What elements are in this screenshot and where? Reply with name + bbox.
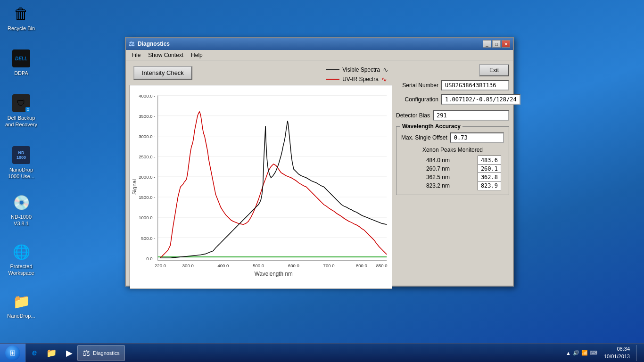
minimize-button[interactable]: _: [483, 40, 491, 48]
svg-text:1500.0 -: 1500.0 -: [139, 195, 155, 200]
svg-text:Signal: Signal: [131, 179, 137, 195]
chart-area: 4000.0 - 3500.0 - 3000.0 - 2500.0 - 2000…: [130, 85, 392, 289]
svg-text:300.0: 300.0: [182, 263, 194, 268]
show-desktop-button[interactable]: [636, 345, 640, 361]
wavelength-accuracy-group: Wavelength Accuracy Max. Single Offset 0…: [396, 126, 509, 195]
taskbar-right: ▲ 🔊 📶 ⌨ 08:34 10/01/2013: [562, 345, 644, 361]
start-button[interactable]: ⊞: [0, 344, 25, 362]
detector-bias-value: 291: [433, 110, 509, 121]
svg-text:1000.0 -: 1000.0 -: [139, 215, 155, 220]
detector-bias-row: Detector Bias 291: [396, 110, 509, 121]
peak-row-3: 823.2 nm 823.9: [401, 181, 504, 190]
nanodrop-use-icon[interactable]: ND1000 NanoDrop1000 Use...: [2, 144, 40, 182]
protected-workspace-label: ProtectedWorkspace: [8, 263, 34, 277]
svg-text:600.0: 600.0: [288, 263, 299, 268]
serial-number-row: Serial Number USB2G38643BI136: [396, 80, 509, 90]
exit-button[interactable]: Exit: [479, 64, 509, 76]
visible-spectra-label: Visible Spectra: [342, 66, 380, 73]
diagnostics-window: ⚖ Diagnostics _ □ ✕ File Show Context He…: [125, 37, 514, 287]
svg-text:2500.0 -: 2500.0 -: [139, 154, 155, 159]
nd1000-label: ND-1000V3.8.1: [11, 214, 32, 227]
nanodrop-folder-label: NanoDrop...: [7, 313, 35, 319]
start-orb: ⊞: [5, 346, 20, 361]
configuration-row: Configuration 1.007102/-0.85/128/24: [396, 94, 509, 105]
svg-text:0.0 -: 0.0 -: [146, 256, 155, 261]
maximize-button[interactable]: □: [492, 40, 501, 48]
taskbar-diagnostics[interactable]: ⚖ Diagnostics: [77, 345, 125, 361]
tray-network: 🔊: [573, 350, 579, 356]
max-single-offset-value: 0.73: [450, 132, 504, 143]
svg-text:500.0 -: 500.0 -: [141, 235, 155, 240]
intensity-check-button[interactable]: Intensity Check: [133, 66, 192, 80]
configuration-label: Configuration: [396, 96, 438, 103]
peak-expected-2: 362.5 nm: [401, 173, 453, 181]
visible-spectra-icon: ∿: [383, 66, 388, 74]
diagnostics-taskbar-label: Diagnostics: [93, 350, 120, 356]
serial-number-label: Serial Number: [396, 82, 438, 89]
peak-row-0: 484.0 nm 483.6: [401, 156, 504, 165]
taskbar: ⊞ e 📁 ▶ ⚖ Diagnostics ▲ 🔊 📶 ⌨ 08:34 10/0…: [0, 343, 644, 362]
window-icon: ⚖: [129, 40, 135, 48]
menu-bar: File Show Context Help: [126, 50, 513, 60]
window-content: Intensity Check Visible Spectra ∿ UV-IR …: [126, 60, 513, 286]
svg-text:2000.0 -: 2000.0 -: [139, 174, 155, 180]
dell-backup-icon[interactable]: 🛡 D Dell Backupand Recovery: [2, 92, 40, 130]
svg-text:3000.0 -: 3000.0 -: [139, 134, 155, 139]
menu-help[interactable]: Help: [187, 51, 206, 59]
peak-measured-0: 483.6: [478, 156, 501, 165]
svg-text:220.0: 220.0: [155, 263, 166, 268]
spectra-chart: 4000.0 - 3500.0 - 3000.0 - 2500.0 - 2000…: [130, 85, 392, 288]
uvir-spectra-line: [326, 79, 339, 80]
serial-number-value: USB2G38643BI136: [441, 80, 509, 90]
taskbar-ie[interactable]: e: [27, 345, 41, 361]
nanodrop-use-label: NanoDrop1000 Use...: [8, 166, 34, 180]
diagnostics-taskbar-icon: ⚖: [83, 348, 90, 358]
explorer-icon: 📁: [46, 348, 57, 358]
visible-spectra-line: [326, 69, 339, 70]
max-single-offset-label: Max. Single Offset: [401, 134, 447, 141]
wavelength-accuracy-title: Wavelength Accuracy: [400, 123, 462, 130]
svg-text:400.0: 400.0: [217, 263, 229, 268]
system-clock[interactable]: 08:34 10/01/2013: [600, 346, 634, 360]
max-single-offset-row: Max. Single Offset 0.73: [401, 132, 504, 143]
peak-row-2: 362.5 nm 362.8: [401, 173, 504, 181]
taskbar-media[interactable]: ▶: [61, 345, 77, 361]
svg-text:850.0: 850.0: [376, 263, 388, 268]
ddpa-icon[interactable]: DELL DDPA: [2, 47, 40, 78]
svg-text:4000.0 -: 4000.0 -: [139, 93, 155, 99]
peak-expected-1: 260.7 nm: [401, 165, 453, 173]
protected-workspace-icon[interactable]: 🌐 ProtectedWorkspace: [2, 240, 40, 279]
nd1000-icon[interactable]: 💿 ND-1000V3.8.1: [2, 191, 40, 229]
chart-section: Intensity Check Visible Spectra ∿ UV-IR …: [130, 64, 392, 282]
close-button[interactable]: ✕: [502, 40, 510, 48]
xenon-peaks-table: 484.0 nm 483.6 260.7 nm 260.1 362.5 nm 3…: [401, 156, 504, 190]
dell-backup-label: Dell Backupand Recovery: [5, 115, 37, 128]
sys-tray: ▲ 🔊 📶 ⌨: [566, 350, 597, 356]
taskbar-items: e 📁 ▶ ⚖ Diagnostics: [25, 345, 562, 361]
uvir-spectra-icon: ∿: [381, 75, 387, 83]
tray-icon3: ⌨: [590, 350, 597, 356]
menu-file[interactable]: File: [128, 51, 144, 59]
xenon-peaks-label: Xenon Peaks Monitored: [401, 147, 504, 153]
right-panel: Exit Serial Number USB2G38643BI136 Confi…: [396, 64, 509, 282]
peak-row-1: 260.7 nm 260.1: [401, 165, 504, 173]
tray-arrow[interactable]: ▲: [566, 350, 571, 356]
tray-volume: 📶: [581, 350, 588, 356]
svg-text:500.0: 500.0: [253, 263, 264, 268]
nanodrop-folder-icon[interactable]: 📁 NanoDrop...: [2, 290, 40, 321]
taskbar-explorer[interactable]: 📁: [41, 345, 61, 361]
peak-expected-0: 484.0 nm: [401, 156, 453, 165]
media-icon: ▶: [66, 348, 73, 358]
recycle-bin-icon[interactable]: 🗑 Recycle Bin: [2, 2, 40, 33]
peak-expected-3: 823.2 nm: [401, 181, 453, 190]
chart-top-controls: Intensity Check Visible Spectra ∿ UV-IR …: [130, 64, 392, 85]
title-bar: ⚖ Diagnostics _ □ ✕: [126, 38, 513, 50]
ddpa-label: DDPA: [14, 70, 28, 76]
menu-show-context[interactable]: Show Context: [144, 51, 187, 59]
recycle-bin-label: Recycle Bin: [8, 25, 35, 32]
peak-measured-3: 823.9: [478, 181, 501, 190]
peak-measured-2: 362.8: [478, 173, 501, 182]
svg-text:3500.0 -: 3500.0 -: [139, 114, 155, 119]
detector-bias-label: Detector Bias: [396, 112, 430, 119]
peak-measured-1: 260.1: [478, 164, 501, 173]
